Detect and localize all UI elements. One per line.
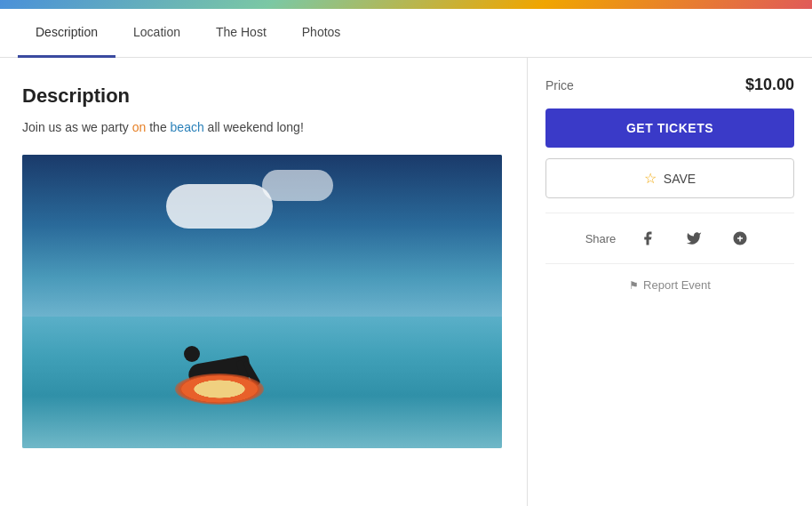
flag-icon: ⚑	[629, 279, 639, 292]
floatie-ring	[175, 373, 264, 405]
description-word-beach: beach	[171, 120, 204, 134]
get-tickets-button[interactable]: GET TICKETS	[545, 108, 794, 148]
cloud2	[262, 170, 333, 201]
tab-description[interactable]: Description	[18, 9, 115, 58]
save-label: SAVE	[664, 172, 696, 186]
sidebar: Price $10.00 GET TICKETS ☆ SAVE Share	[528, 58, 812, 506]
share-label: Share	[585, 232, 617, 245]
tab-the-host[interactable]: The Host	[198, 9, 284, 58]
tab-location[interactable]: Location	[115, 9, 198, 58]
content-area: Description Join us as we party on the b…	[0, 58, 528, 506]
description-title: Description	[22, 84, 505, 108]
googleplus-icon[interactable]	[726, 224, 754, 253]
hero-image-strip	[0, 0, 812, 9]
price-row: Price $10.00	[545, 76, 794, 94]
save-button[interactable]: ☆ SAVE	[545, 158, 794, 198]
description-middle: the	[146, 120, 170, 134]
description-text: Join us as we party on the beach all wee…	[22, 118, 505, 137]
event-image	[22, 155, 502, 448]
description-prefix: Join us as we party	[22, 120, 132, 134]
twitter-icon[interactable]	[680, 224, 708, 253]
price-label: Price	[545, 78, 574, 92]
cloud1	[166, 184, 273, 229]
main-layout: Description Join us as we party on the b…	[0, 58, 812, 506]
star-icon: ☆	[644, 170, 657, 187]
description-word-on: on	[132, 120, 147, 134]
facebook-icon[interactable]	[633, 224, 662, 253]
description-suffix: all weekend long!	[204, 120, 304, 134]
report-row: ⚑ Report Event	[545, 278, 794, 292]
report-event-link[interactable]: ⚑ Report Event	[629, 278, 711, 292]
share-row: Share	[545, 213, 794, 264]
report-event-label: Report Event	[643, 278, 711, 292]
person-head	[184, 346, 200, 362]
navigation-bar: Description Location The Host Photos	[0, 9, 812, 58]
floatie	[166, 356, 273, 405]
tab-photos[interactable]: Photos	[284, 9, 359, 58]
price-value: $10.00	[745, 76, 794, 94]
